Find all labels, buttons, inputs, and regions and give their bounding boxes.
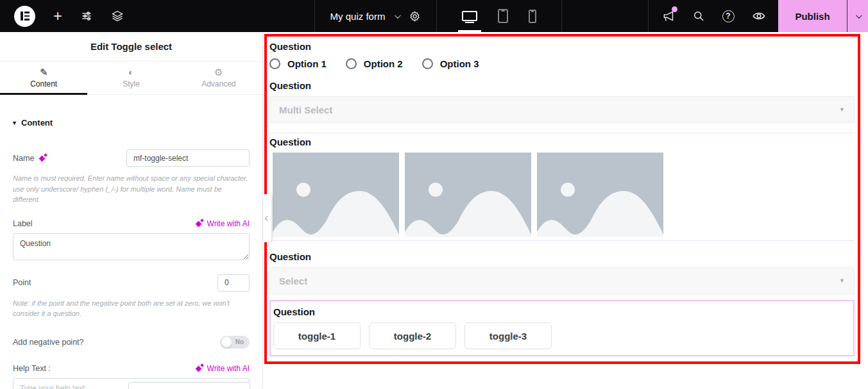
layers-icon (111, 10, 124, 22)
desktop-icon (462, 11, 477, 21)
radio-option[interactable]: Option 2 (346, 58, 403, 69)
image-options-row (273, 153, 855, 237)
question-label: Question (273, 307, 851, 317)
editor-panel: Edit Toggle select ✎ Content ◐ Style ⚙ A… (0, 32, 263, 389)
structure-button[interactable] (111, 10, 124, 22)
dropdown-caret-icon: ▼ (839, 277, 845, 284)
eye-icon (752, 9, 766, 23)
add-element-button[interactable]: + (53, 8, 62, 24)
multiselect-dropdown[interactable]: Multi Select ▼ (269, 96, 855, 123)
ai-sparkle-icon (195, 364, 203, 372)
finder-search-button[interactable] (692, 10, 705, 22)
question-mark-icon: ? (722, 10, 735, 22)
name-label: Name (13, 154, 47, 163)
chevron-down-icon (395, 12, 401, 19)
radio-icon[interactable] (346, 58, 357, 69)
help-button[interactable]: ? (722, 10, 735, 22)
radio-option[interactable]: Option 1 (269, 58, 327, 69)
select-dropdown[interactable]: Select ▼ (269, 267, 855, 294)
pencil-icon: ✎ (40, 67, 48, 77)
toggle-options-row: toggle-1 toggle-2 toggle-3 (273, 322, 851, 349)
write-with-ai-link[interactable]: Write with AI (195, 364, 250, 373)
site-settings-button[interactable] (80, 10, 93, 22)
caret-down-icon: ▾ (13, 119, 16, 126)
ai-sparkle-icon[interactable] (38, 154, 47, 162)
mobile-icon (529, 10, 536, 23)
select-placeholder: Select (279, 276, 307, 286)
form-preview-selected-area[interactable]: Question Option 1 Option 2 Option 3 Ques… (264, 34, 860, 364)
ai-sparkle-icon (195, 219, 203, 228)
image-question-widget[interactable]: Question (269, 133, 855, 241)
toggle-state-label: No (235, 338, 244, 345)
elementor-logo-icon (21, 12, 30, 21)
panel-body: ▾ Content Name Name is must required. En… (0, 118, 262, 389)
chevron-down-icon (855, 12, 862, 19)
content-section-toggle[interactable]: ▾ Content (13, 118, 250, 128)
question-label: Question (269, 137, 855, 147)
radio-icon[interactable] (422, 58, 433, 69)
tab-style-label: Style (123, 79, 140, 88)
point-note: Note: if the point and the negative poin… (13, 298, 250, 319)
help-text-label: Help Text : (13, 364, 51, 373)
radio-question-widget[interactable]: Question Option 1 Option 2 Option 3 (269, 42, 855, 69)
toggle-select-widget-selected[interactable]: Question toggle-1 toggle-2 toggle-3 (269, 300, 855, 356)
document-settings-gear-icon[interactable] (409, 10, 421, 22)
name-input[interactable] (126, 149, 250, 167)
publish-split-button: Publish (778, 0, 868, 32)
device-mobile-button[interactable] (529, 0, 536, 32)
multiselect-placeholder: Multi Select (279, 104, 332, 115)
image-placeholder[interactable] (405, 153, 531, 237)
gear-icon: ⚙ (214, 67, 223, 77)
write-with-ai-link[interactable]: Write with AI (195, 219, 250, 228)
document-title: My quiz form (330, 11, 386, 22)
megaphone-icon (661, 10, 675, 23)
dropdown-caret-icon: ▼ (839, 106, 845, 113)
negative-point-toggle[interactable]: No (220, 336, 250, 349)
preview-changes-button[interactable] (752, 9, 766, 23)
toggle-option-button[interactable]: toggle-2 (369, 322, 456, 349)
responsive-mode-group (437, 0, 561, 32)
image-placeholder[interactable] (273, 153, 399, 237)
multiselect-question-widget[interactable]: Question Multi Select ▼ (269, 81, 855, 123)
help-text-row: Help Text : Write with AI (13, 364, 250, 373)
tab-advanced[interactable]: ⚙ Advanced (175, 62, 262, 94)
topbar-left-group: + (0, 0, 124, 32)
negative-point-row: Add negative point? No (13, 336, 250, 349)
name-note: Name is must required. Enter name withou… (13, 173, 250, 205)
whats-new-button[interactable] (661, 10, 675, 23)
elementor-editor: + My quiz form (0, 0, 868, 389)
search-icon (692, 10, 705, 22)
tab-content[interactable]: ✎ Content (0, 62, 87, 94)
select-question-widget[interactable]: Question Select ▼ (269, 252, 855, 294)
name-field-row: Name (13, 149, 250, 167)
chevron-left-icon (264, 215, 269, 220)
label-label: Label (13, 219, 33, 228)
tab-advanced-label: Advanced (201, 79, 235, 88)
question-label: Question (269, 252, 855, 261)
elementor-logo[interactable] (14, 6, 35, 27)
device-tablet-button[interactable] (498, 0, 508, 32)
radio-options-row: Option 1 Option 2 Option 3 (269, 58, 855, 69)
topbar-actions-group: ? (649, 0, 778, 32)
panel-collapse-handle[interactable] (263, 194, 271, 242)
tab-content-label: Content (30, 79, 57, 88)
radio-option[interactable]: Option 3 (422, 58, 479, 69)
tab-style[interactable]: ◐ Style (87, 62, 174, 94)
publish-options-button[interactable] (847, 0, 868, 32)
label-field-row: Label Write with AI (13, 219, 250, 228)
next-field-input-partial[interactable] (128, 382, 250, 389)
plus-icon: + (53, 8, 62, 24)
toggle-option-button[interactable]: toggle-1 (273, 322, 361, 349)
document-switcher[interactable]: My quiz form (315, 0, 436, 32)
negative-point-label: Add negative point? (13, 338, 84, 347)
publish-button[interactable]: Publish (778, 0, 847, 32)
device-desktop-button[interactable] (462, 0, 477, 32)
image-placeholder[interactable] (537, 153, 663, 237)
radio-icon[interactable] (269, 58, 280, 69)
panel-tabs: ✎ Content ◐ Style ⚙ Advanced (0, 61, 262, 95)
toggle-option-button[interactable]: toggle-3 (464, 322, 552, 349)
label-textarea[interactable]: Question (13, 233, 250, 260)
content-section-title: Content (21, 118, 53, 128)
point-input[interactable] (217, 274, 250, 292)
topbar-divider (561, 0, 562, 32)
